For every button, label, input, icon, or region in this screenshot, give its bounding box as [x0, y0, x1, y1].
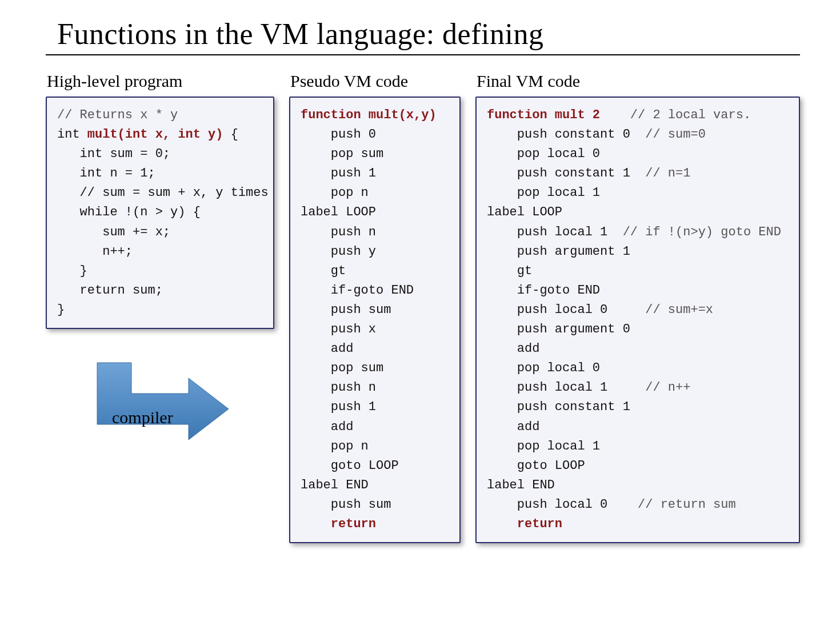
- code-final-vm: function mult 2 // 2 local vars. push co…: [487, 106, 786, 534]
- codebox-final-vm: function mult 2 // 2 local vars. push co…: [475, 97, 800, 543]
- page-title: Functions in the VM language: defining: [46, 11, 800, 55]
- codebox-high-level: // Returns x * y int mult(int x, int y) …: [46, 97, 274, 329]
- column-high-level: High-level program // Returns x * y int …: [46, 71, 274, 443]
- column-final-vm: Final VM code function mult 2 // 2 local…: [475, 71, 800, 543]
- column-pseudo-vm: Pseudo VM code function mult(x,y) push 0…: [289, 71, 461, 543]
- column-heading-pseudo: Pseudo VM code: [290, 71, 461, 91]
- slide: Functions in the VM language: defining H…: [0, 0, 840, 543]
- column-heading-final: Final VM code: [477, 71, 800, 91]
- column-heading-high: High-level program: [47, 71, 274, 91]
- arrow-label: compiler: [112, 408, 173, 427]
- compiler-arrow: compiler: [91, 358, 234, 443]
- columns: High-level program // Returns x * y int …: [46, 71, 800, 543]
- code-pseudo-vm: function mult(x,y) push 0 pop sum push 1…: [301, 106, 447, 534]
- code-high-level: // Returns x * y int mult(int x, int y) …: [57, 106, 261, 320]
- arrow-icon: [91, 358, 234, 443]
- codebox-pseudo-vm: function mult(x,y) push 0 pop sum push 1…: [289, 97, 461, 543]
